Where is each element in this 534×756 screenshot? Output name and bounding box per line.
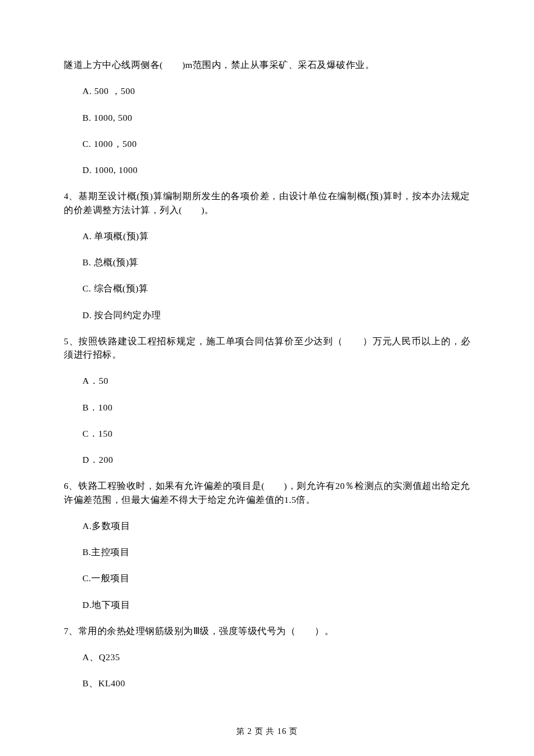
question-3-option-c: C. 1000，500	[64, 137, 470, 150]
question-7-option-a: A、Q235	[64, 650, 470, 664]
question-5-option-c: C．150	[64, 427, 470, 440]
question-6-option-a: A.多数项目	[64, 519, 470, 532]
page-footer: 第 2 页 共 16 页	[0, 725, 534, 737]
question-3-option-d: D. 1000, 1000	[64, 163, 470, 177]
question-3-option-a: A. 500 ，500	[64, 84, 470, 98]
question-7-text: 7、常用的余热处理钢筋级别为Ⅲ级，强度等级代号为（ ）。	[64, 624, 470, 638]
question-6-option-c: C.一般项目	[64, 571, 470, 585]
question-7-option-b: B、KL400	[64, 676, 470, 690]
question-5-option-d: D．200	[64, 453, 470, 466]
question-5-text: 5、按照铁路建设工程招标规定，施工单项合同估算价至少达到（ ）万元人民币以上的，…	[64, 334, 470, 362]
question-3-partial-text: 隧道上方中心线两侧各( )m范围内，禁止从事采矿、采石及爆破作业。	[64, 58, 470, 71]
question-4-option-b: B. 总概(预)算	[64, 255, 470, 269]
question-6-option-b: B.主控项目	[64, 545, 470, 559]
question-4-option-c: C. 综合概(预)算	[64, 282, 470, 295]
question-4-text: 4、基期至设计概(预)算编制期所发生的各项价差，由设计单位在编制概(预)算时，按…	[64, 189, 470, 217]
question-4-option-a: A. 单项概(预)算	[64, 229, 470, 243]
question-6-option-d: D.地下项目	[64, 598, 470, 611]
question-4-option-d: D. 按合同约定办理	[64, 308, 470, 322]
question-5-option-b: B．100	[64, 401, 470, 414]
question-3-option-b: B. 1000, 500	[64, 111, 470, 124]
page-content: 隧道上方中心线两侧各( )m范围内，禁止从事采矿、采石及爆破作业。 A. 500…	[0, 0, 534, 690]
question-5-option-a: A．50	[64, 374, 470, 387]
question-6-text: 6、铁路工程验收时，如果有允许偏差的项目是( )，则允许有20％检测点的实测值超…	[64, 479, 470, 506]
